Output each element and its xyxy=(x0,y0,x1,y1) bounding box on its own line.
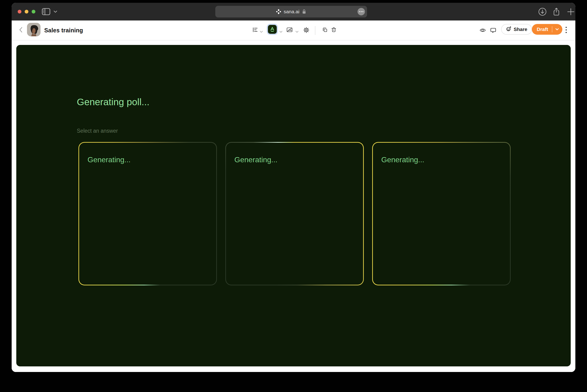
trash-icon[interactable] xyxy=(331,27,337,34)
sana-logo-icon xyxy=(276,9,281,14)
duplicate-icon[interactable] xyxy=(322,27,328,34)
plus-icon[interactable] xyxy=(567,8,575,16)
sidebar-toggle-icon[interactable] xyxy=(42,8,50,15)
toolbar-divider xyxy=(315,26,315,35)
browser-window: sana.ai xyxy=(12,3,575,372)
answer-card[interactable]: Generating... xyxy=(372,142,511,286)
app-header: Sales training xyxy=(12,20,575,40)
page-title: Sales training xyxy=(44,20,83,40)
answer-card-label: Generating... xyxy=(234,156,277,164)
status-badge: Draft xyxy=(537,26,548,32)
share-up-icon[interactable] xyxy=(552,8,561,16)
address-url: sana.ai xyxy=(284,9,300,14)
answer-card-label: Generating... xyxy=(381,156,424,164)
answer-options: Generating... Generating... Generating..… xyxy=(78,142,511,286)
ellipsis-icon[interactable] xyxy=(358,8,365,15)
share-button-label: Share xyxy=(514,26,527,32)
lock-icon xyxy=(302,9,306,14)
back-chevron-icon[interactable] xyxy=(19,26,23,34)
close-window-button[interactable] xyxy=(18,10,21,14)
kebab-icon[interactable] xyxy=(566,27,567,33)
answer-card-label: Generating... xyxy=(87,156,131,164)
answer-card[interactable]: Generating... xyxy=(78,142,217,286)
gear-icon[interactable] xyxy=(303,27,309,34)
image-style-icon[interactable] xyxy=(287,27,293,34)
chevron-down-icon[interactable] xyxy=(552,24,562,35)
poll-prompt: Select an answer xyxy=(77,128,118,134)
list-style-icon[interactable] xyxy=(252,27,258,34)
emoji-plus-icon xyxy=(506,26,512,33)
content-area: Generating poll... Select an answer Gene… xyxy=(12,40,575,372)
chevron-down-icon[interactable] xyxy=(279,30,283,34)
status-button[interactable]: Draft xyxy=(532,24,562,35)
address-bar[interactable]: sana.ai xyxy=(215,6,367,18)
zoom-window-button[interactable] xyxy=(32,10,35,14)
answer-card[interactable]: Generating... xyxy=(225,142,364,286)
minimize-window-button[interactable] xyxy=(25,10,28,14)
comment-icon[interactable] xyxy=(490,28,496,34)
presentation-canvas: Generating poll... Select an answer Gene… xyxy=(16,45,571,366)
browser-chrome: sana.ai xyxy=(12,3,575,20)
eye-icon[interactable] xyxy=(480,28,486,34)
avatar[interactable] xyxy=(27,23,40,36)
chevron-down-icon[interactable] xyxy=(53,10,57,13)
text-color-icon[interactable] xyxy=(268,25,277,34)
poll-heading: Generating poll... xyxy=(77,96,149,108)
chevron-down-icon[interactable] xyxy=(295,30,299,34)
download-icon[interactable] xyxy=(538,8,547,16)
share-button[interactable]: Share xyxy=(501,24,532,35)
chevron-down-icon[interactable] xyxy=(260,30,263,34)
